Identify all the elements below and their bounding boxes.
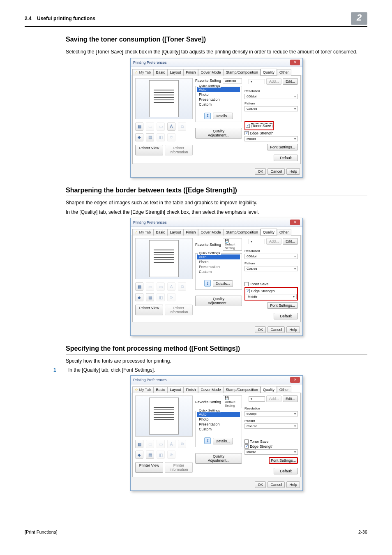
quick-auto[interactable]: Auto: [197, 87, 240, 92]
cancel-button[interactable]: Cancel: [267, 481, 285, 488]
details-button[interactable]: Details...: [213, 438, 233, 444]
fav-dropdown[interactable]: [249, 79, 265, 84]
tab-basic[interactable]: Basic: [153, 69, 167, 76]
down-arrow-icon[interactable]: ↧: [204, 437, 211, 444]
font-settings-button[interactable]: Font Settings...: [269, 457, 298, 464]
page-icon[interactable]: ▤: [146, 133, 154, 141]
quick-presentation[interactable]: Presentation: [197, 264, 240, 269]
details-button[interactable]: Details...: [213, 113, 233, 119]
pattern-select[interactable]: Coarse: [244, 266, 298, 271]
edit-button[interactable]: Edit...: [283, 238, 298, 245]
frameset-icon[interactable]: ▦: [135, 123, 143, 131]
default-button[interactable]: Default: [274, 313, 298, 319]
frameset-icon[interactable]: ▦: [135, 440, 143, 448]
toner-save-check[interactable]: Toner Save: [244, 439, 298, 444]
quick-list[interactable]: Auto Photo Presentation Custom: [197, 412, 240, 432]
ok-button[interactable]: OK: [255, 326, 266, 333]
palette-icon[interactable]: ◆: [135, 293, 143, 301]
tab-layout[interactable]: Layout: [167, 229, 183, 236]
cancel-button[interactable]: Cancel: [267, 326, 285, 333]
quick-auto[interactable]: Auto: [197, 412, 240, 417]
printer-view-button[interactable]: Printer View: [135, 305, 163, 315]
a-icon[interactable]: A: [167, 123, 175, 131]
pattern-select[interactable]: Coarse: [244, 106, 298, 111]
toner-save-check[interactable]: Toner Save: [246, 123, 272, 128]
tab-stamp[interactable]: Stamp/Composition: [223, 229, 261, 236]
tab-basic[interactable]: Basic: [153, 386, 167, 393]
tab-other[interactable]: Other: [277, 69, 291, 76]
tab-cover[interactable]: Cover Mode: [198, 69, 223, 76]
details-button[interactable]: Details...: [213, 280, 233, 287]
fav-value[interactable]: 💾 Default Setting: [223, 238, 242, 251]
edge-strength-select[interactable]: Middle: [246, 294, 297, 299]
tab-mytab[interactable]: My Tab: [132, 229, 153, 236]
tab-mytab[interactable]: My Tab: [132, 69, 153, 76]
close-icon[interactable]: ✕: [290, 377, 300, 383]
quick-presentation[interactable]: Presentation: [197, 97, 240, 102]
page-icon[interactable]: ▤: [146, 293, 154, 301]
pattern-select[interactable]: Coarse: [244, 423, 298, 429]
fav-value[interactable]: 💾 Default Setting: [223, 395, 242, 408]
quick-photo[interactable]: Photo: [197, 92, 240, 97]
help-button[interactable]: Help: [286, 326, 300, 333]
printer-view-button[interactable]: Printer View: [135, 145, 163, 155]
tab-quality[interactable]: Quality: [261, 386, 277, 393]
tab-quality[interactable]: Quality: [261, 69, 277, 75]
quick-custom[interactable]: Custom: [197, 269, 240, 274]
edge-strength-select[interactable]: Middle: [244, 136, 298, 141]
edge-strength-select[interactable]: Middle: [244, 449, 298, 455]
help-button[interactable]: Help: [286, 481, 300, 488]
tab-mytab[interactable]: My Tab: [132, 386, 153, 393]
fav-dropdown[interactable]: [249, 396, 265, 402]
edge-strength-check[interactable]: Edge Strength: [244, 444, 298, 449]
quality-adjust-button[interactable]: Quality Adjustment...: [195, 128, 242, 139]
quick-presentation[interactable]: Presentation: [197, 422, 240, 427]
down-arrow-icon[interactable]: ↧: [204, 280, 211, 287]
palette-icon[interactable]: ◆: [135, 451, 143, 459]
down-arrow-icon[interactable]: ↧: [204, 113, 211, 119]
quick-custom[interactable]: Custom: [197, 102, 240, 107]
quality-adjust-button[interactable]: Quality Adjustment...: [195, 296, 242, 306]
tab-finish[interactable]: Finish: [183, 229, 198, 236]
quick-photo[interactable]: Photo: [197, 417, 240, 422]
quick-photo[interactable]: Photo: [197, 259, 240, 264]
tab-other[interactable]: Other: [277, 229, 291, 236]
tab-layout[interactable]: Layout: [167, 69, 183, 76]
tab-cover[interactable]: Cover Mode: [198, 229, 223, 236]
quality-adjust-button[interactable]: Quality Adjustment...: [195, 453, 242, 464]
quick-list[interactable]: Auto Photo Presentation Custom: [197, 254, 240, 274]
resolution-select[interactable]: 600dpi: [244, 411, 298, 416]
close-icon[interactable]: ✕: [290, 60, 300, 65]
ok-button[interactable]: OK: [255, 481, 266, 488]
palette-icon[interactable]: ◆: [135, 133, 143, 141]
default-button[interactable]: Default: [274, 155, 298, 161]
fav-dropdown[interactable]: [249, 239, 265, 244]
toner-save-check[interactable]: Toner Save: [244, 282, 298, 286]
help-button[interactable]: Help: [286, 168, 300, 175]
edit-button[interactable]: Edit...: [283, 78, 298, 85]
cancel-button[interactable]: Cancel: [267, 168, 285, 175]
tab-layout[interactable]: Layout: [167, 386, 183, 393]
font-settings-button[interactable]: Font Settings...: [267, 302, 298, 309]
font-settings-button[interactable]: Font Settings...: [267, 144, 298, 150]
tab-quality[interactable]: Quality: [261, 229, 277, 235]
close-icon[interactable]: ✕: [290, 220, 300, 225]
resolution-select[interactable]: 600dpi: [244, 254, 298, 259]
frameset-icon[interactable]: ▦: [135, 282, 143, 291]
page-icon[interactable]: ▤: [146, 451, 154, 459]
printer-view-button[interactable]: Printer View: [135, 462, 163, 473]
fav-value[interactable]: Untitled: [223, 78, 242, 83]
default-button[interactable]: Default: [274, 468, 298, 474]
ok-button[interactable]: OK: [255, 168, 266, 175]
edge-strength-check[interactable]: Edge Strength: [246, 289, 297, 293]
edge-strength-check[interactable]: Edge Strength: [244, 131, 298, 135]
tab-other[interactable]: Other: [277, 386, 291, 393]
tab-stamp[interactable]: Stamp/Composition: [223, 386, 261, 393]
tab-stamp[interactable]: Stamp/Composition: [223, 69, 261, 76]
quick-list[interactable]: Auto Photo Presentation Custom: [197, 87, 240, 107]
tab-finish[interactable]: Finish: [183, 69, 198, 76]
tab-basic[interactable]: Basic: [153, 229, 167, 236]
resolution-select[interactable]: 600dpi: [244, 94, 298, 99]
edit-button[interactable]: Edit...: [283, 395, 298, 402]
tab-cover[interactable]: Cover Mode: [198, 386, 223, 393]
